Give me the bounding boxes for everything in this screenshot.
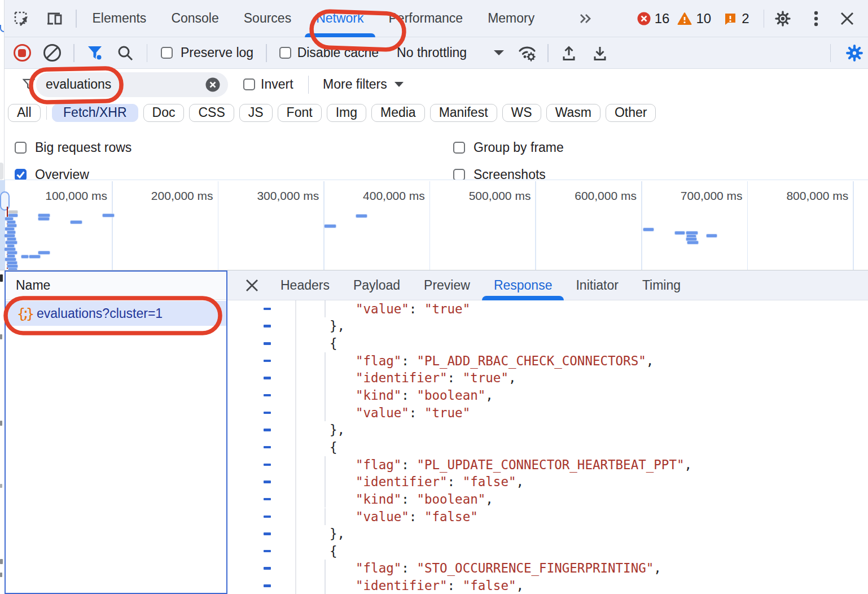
tab-network[interactable]: Network	[304, 0, 376, 37]
indent-guide	[325, 491, 326, 508]
fold-marker[interactable]	[264, 481, 271, 483]
throttling-dropdown-icon[interactable]	[494, 50, 504, 55]
network-overview-timeline[interactable]: 100,000 ms200,000 ms300,000 ms400,000 ms…	[0, 180, 868, 270]
tab-elements[interactable]: Elements	[80, 0, 159, 37]
device-toolbar-icon[interactable]	[45, 10, 63, 27]
details-tab-headers[interactable]: Headers	[269, 270, 341, 300]
tab-label: Performance	[389, 11, 463, 26]
inspect-icon[interactable]	[14, 10, 30, 27]
fold-marker[interactable]	[264, 394, 271, 397]
fold-marker[interactable]	[264, 446, 271, 449]
chip-font[interactable]: Font	[278, 104, 322, 122]
request-bar-gray	[8, 211, 17, 213]
overview-checkbox[interactable]	[15, 169, 27, 181]
fold-marker[interactable]	[264, 584, 271, 587]
indent-guide	[325, 473, 326, 491]
search-icon[interactable]	[117, 45, 134, 62]
network-settings-gear-icon[interactable]	[845, 44, 863, 62]
response-code-viewer[interactable]: "value": "true"},{"flag": "PL_ADD_RBAC_C…	[227, 300, 868, 594]
close-details-icon[interactable]	[246, 279, 258, 292]
error-badge-icon[interactable]	[637, 12, 651, 25]
warning-badge-icon[interactable]	[677, 12, 692, 25]
invert-checkbox[interactable]	[243, 78, 255, 90]
fold-marker[interactable]	[264, 342, 271, 345]
code-text: "kind": "boolean",	[356, 491, 493, 508]
clear-icon[interactable]	[43, 44, 61, 62]
fold-marker[interactable]	[264, 325, 271, 327]
big-request-rows-checkbox[interactable]	[15, 142, 27, 154]
fold-marker[interactable]	[264, 550, 271, 553]
group-by-frame-label: Group by frame	[474, 140, 564, 155]
filter-funnel-icon[interactable]	[87, 45, 103, 61]
chip-wasm[interactable]: Wasm	[546, 104, 600, 122]
details-tab-response[interactable]: Response	[482, 270, 564, 300]
code-text: },	[330, 317, 345, 335]
close-devtools-icon[interactable]	[840, 12, 854, 25]
request-name: evaluations?cluster=1	[37, 306, 163, 321]
export-har-icon[interactable]	[592, 45, 608, 62]
group-by-frame-checkbox[interactable]	[453, 142, 465, 154]
indent-guide	[325, 560, 326, 577]
fold-marker[interactable]	[264, 412, 271, 414]
details-tab-preview[interactable]: Preview	[412, 270, 482, 300]
details-tab-payload[interactable]: Payload	[341, 270, 412, 300]
more-filters-button[interactable]: More filters	[323, 77, 387, 92]
issues-badge-icon[interactable]	[724, 12, 737, 25]
record-icon[interactable]	[13, 44, 31, 62]
details-tab-timing[interactable]: Timing	[630, 270, 692, 300]
chip-fetch-xhr[interactable]: Fetch/XHR	[52, 104, 138, 122]
indent-guide	[325, 577, 326, 594]
grid-line	[535, 181, 536, 270]
fold-marker[interactable]	[264, 532, 271, 535]
disable-cache-checkbox[interactable]	[279, 47, 291, 59]
throttling-select[interactable]: No throttling	[397, 45, 467, 60]
requests-table-header[interactable]: Name	[6, 272, 226, 300]
indent-guide	[325, 369, 326, 387]
import-har-icon[interactable]	[561, 45, 577, 62]
screenshots-checkbox[interactable]	[453, 169, 465, 181]
network-conditions-icon[interactable]	[518, 45, 537, 62]
fold-marker[interactable]	[264, 429, 271, 431]
overview-drag-grip[interactable]	[0, 191, 10, 211]
chip-all[interactable]: All	[8, 104, 41, 122]
chip-other[interactable]: Other	[606, 104, 656, 122]
tick-label: 500,000 ms	[469, 189, 531, 203]
code-text: {	[330, 439, 337, 456]
tab-label: Elements	[93, 11, 147, 26]
tab-memory[interactable]: Memory	[475, 0, 547, 37]
settings-gear-icon[interactable]	[774, 10, 791, 27]
fold-marker[interactable]	[264, 498, 271, 501]
chip-img[interactable]: Img	[327, 104, 366, 122]
chip-media[interactable]: Media	[371, 104, 425, 122]
fold-marker[interactable]	[264, 308, 271, 311]
tab-console[interactable]: Console	[159, 0, 231, 37]
chip-manifest[interactable]: Manifest	[430, 104, 497, 122]
chip-css[interactable]: CSS	[189, 104, 234, 122]
tab-performance[interactable]: Performance	[376, 0, 476, 37]
chip-js[interactable]: JS	[239, 104, 273, 122]
tab-sources[interactable]: Sources	[231, 0, 304, 37]
fold-marker[interactable]	[264, 567, 271, 570]
code-line: "value": "true"	[227, 404, 868, 422]
fold-marker[interactable]	[264, 464, 271, 466]
resource-type-chips: AllFetch/XHRDocCSSJSFontImgMediaManifest…	[5, 100, 868, 125]
code-line: "value": "true"	[227, 300, 868, 317]
kebab-menu-icon[interactable]	[814, 10, 818, 27]
name-column-header[interactable]: Name	[16, 278, 50, 293]
details-tab-initiator[interactable]: Initiator	[564, 270, 630, 300]
code-text: },	[330, 525, 345, 543]
more-tabs-icon[interactable]	[578, 11, 593, 26]
details-tab-label: Preview	[424, 278, 470, 293]
chip-ws[interactable]: WS	[502, 104, 541, 122]
details-tabs-bar: HeadersPayloadPreviewResponseInitiatorTi…	[227, 270, 868, 300]
filter-input[interactable]: evaluations	[36, 72, 228, 97]
fold-marker[interactable]	[264, 360, 271, 362]
request-row[interactable]: {;} evaluations?cluster=1	[6, 301, 226, 326]
fold-marker[interactable]	[264, 377, 271, 379]
fold-marker[interactable]	[264, 516, 271, 518]
grid-line	[747, 181, 748, 270]
preserve-log-checkbox[interactable]	[161, 47, 173, 59]
chip-doc[interactable]: Doc	[143, 104, 185, 122]
clear-filter-icon[interactable]	[205, 77, 220, 92]
tab-label: Network	[316, 11, 363, 26]
